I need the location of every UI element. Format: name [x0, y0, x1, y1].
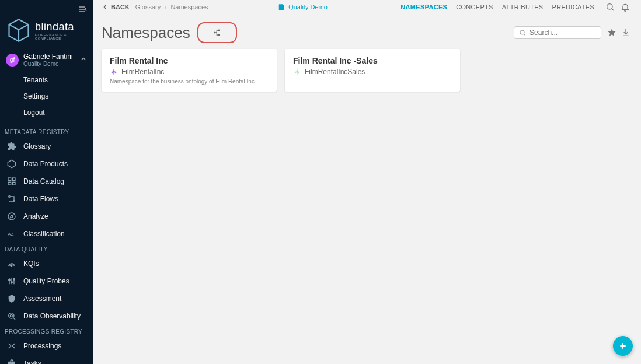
back-button[interactable]: BACK: [102, 4, 130, 10]
tab-namespaces[interactable]: NAMESPACES: [400, 4, 447, 10]
svg-marker-2: [8, 160, 15, 167]
svg-point-18: [13, 278, 15, 280]
signal-icon: [6, 259, 18, 268]
svg-point-19: [9, 313, 14, 318]
add-fab-button[interactable]: [613, 336, 633, 356]
svg-rect-31: [218, 30, 220, 32]
sidebar-collapse-button[interactable]: [78, 5, 88, 14]
puzzle-icon: [6, 142, 18, 151]
sliders-icon: [6, 276, 18, 286]
svg-point-7: [9, 196, 11, 198]
svg-rect-4: [12, 178, 15, 181]
svg-rect-5: [8, 182, 11, 185]
svg-point-28: [607, 4, 612, 9]
page-header: Namespaces: [93, 14, 641, 49]
breadcrumb: Glossary / Namespaces: [135, 4, 208, 10]
search-box[interactable]: [514, 26, 601, 39]
nav-data-observability[interactable]: Data Observability: [0, 307, 93, 325]
user-tenant: Quality Demo: [23, 61, 79, 67]
tab-attributes[interactable]: ATTRIBUTES: [502, 4, 544, 10]
flow-icon: [6, 194, 18, 204]
nav-quality-probes[interactable]: Quality Probes: [0, 272, 93, 290]
svg-line-50: [298, 71, 299, 71]
menu-tenants[interactable]: Tenants: [0, 72, 93, 88]
nav-data-products[interactable]: Data Products: [0, 155, 93, 173]
favorite-button[interactable]: [607, 28, 616, 37]
observability-icon: [6, 312, 18, 321]
nav-classification[interactable]: AZClassification: [0, 225, 93, 243]
top-search-icon[interactable]: [605, 2, 615, 12]
shield-check-icon: [6, 294, 18, 303]
card-description: Namespace for the business ontology of F…: [110, 78, 269, 85]
svg-point-33: [520, 30, 524, 34]
section-data-quality: DATA QUALITY: [0, 243, 93, 255]
nav-data-flows[interactable]: Data Flows: [0, 190, 93, 208]
nav-glossary[interactable]: Glossary: [0, 138, 93, 155]
nav-processings[interactable]: Processings: [0, 337, 93, 355]
search-input[interactable]: [529, 29, 596, 37]
download-button[interactable]: [621, 28, 630, 37]
hexagon-icon: [6, 159, 18, 169]
brand-tagline: GOVERNANCE & COMPLIANCE: [35, 33, 88, 40]
svg-rect-22: [8, 362, 15, 364]
svg-point-37: [113, 71, 115, 73]
section-processings-registry: PROCESSINGS REGISTRY: [0, 325, 93, 337]
card-title: Film Rental Inc -Sales: [293, 56, 452, 65]
card-code: FilmRentalIncSales: [305, 68, 365, 76]
crumb-namespaces[interactable]: Namespaces: [170, 4, 208, 10]
compass-icon: [6, 212, 18, 221]
asterisk-icon: [293, 68, 301, 76]
topbar: BACK Glossary / Namespaces Quality Demo …: [93, 0, 641, 14]
nav-data-catalog[interactable]: Data Catalog: [0, 173, 93, 190]
svg-point-21: [10, 314, 12, 317]
svg-point-16: [9, 279, 11, 281]
svg-rect-6: [12, 182, 15, 185]
menu-settings[interactable]: Settings: [0, 88, 93, 104]
svg-text:AZ: AZ: [8, 232, 13, 237]
menu-logout[interactable]: Logout: [0, 104, 93, 121]
svg-point-44: [296, 71, 298, 73]
sidebar: blindata GOVERNANCE & COMPLIANCE gf Gabr…: [0, 0, 93, 364]
crumb-glossary[interactable]: Glossary: [135, 4, 161, 10]
svg-rect-32: [218, 34, 220, 36]
page-title: Namespaces: [102, 24, 190, 42]
namespace-card[interactable]: Film Rental Inc -Sales FilmRentalIncSale…: [285, 49, 460, 92]
svg-line-49: [295, 72, 296, 73]
tab-concepts[interactable]: CONCEPTS: [456, 4, 493, 10]
svg-line-47: [295, 71, 296, 71]
user-block[interactable]: gf Gabriele Fantini Quality Demo: [0, 49, 93, 71]
nav-analyze[interactable]: Analyze: [0, 208, 93, 225]
svg-line-41: [115, 72, 116, 73]
cards-container: Film Rental Inc FilmRentalInc Namespace …: [93, 49, 641, 100]
svg-line-20: [13, 318, 15, 320]
chevron-up-icon: [79, 55, 88, 65]
svg-point-17: [11, 282, 13, 284]
brand-logo[interactable]: blindata GOVERNANCE & COMPLIANCE: [0, 18, 93, 49]
svg-point-12: [11, 265, 12, 266]
grid-icon: [6, 177, 18, 186]
tenant-chip[interactable]: Quality Demo: [278, 3, 328, 11]
top-tabs: NAMESPACES CONCEPTS ATTRIBUTES PREDICATE…: [397, 4, 598, 10]
svg-marker-35: [608, 29, 615, 36]
namespace-card[interactable]: Film Rental Inc FilmRentalInc Namespace …: [102, 49, 277, 92]
asterisk-icon: [110, 68, 118, 76]
svg-rect-30: [214, 32, 215, 34]
svg-rect-3: [8, 178, 11, 181]
tab-predicates[interactable]: PREDICATES: [552, 4, 594, 10]
card-title: Film Rental Inc: [110, 56, 269, 65]
nav-assessment[interactable]: Assessment: [0, 290, 93, 307]
main: BACK Glossary / Namespaces Quality Demo …: [93, 0, 641, 364]
brand-name: blindata: [35, 21, 88, 33]
nav-tasks[interactable]: Tasks: [0, 355, 93, 364]
search-icon: [519, 29, 526, 37]
card-code: FilmRentalInc: [121, 68, 164, 76]
nav-kqis[interactable]: KQIs: [0, 255, 93, 272]
svg-line-48: [298, 72, 299, 73]
svg-marker-10: [10, 215, 13, 218]
svg-point-9: [8, 213, 15, 220]
graph-view-button[interactable]: [197, 22, 237, 43]
section-metadata-registry: METADATA REGISTRY: [0, 125, 93, 138]
notifications-icon[interactable]: [621, 2, 630, 12]
processings-icon: [6, 341, 18, 351]
avatar: gf: [6, 54, 19, 66]
